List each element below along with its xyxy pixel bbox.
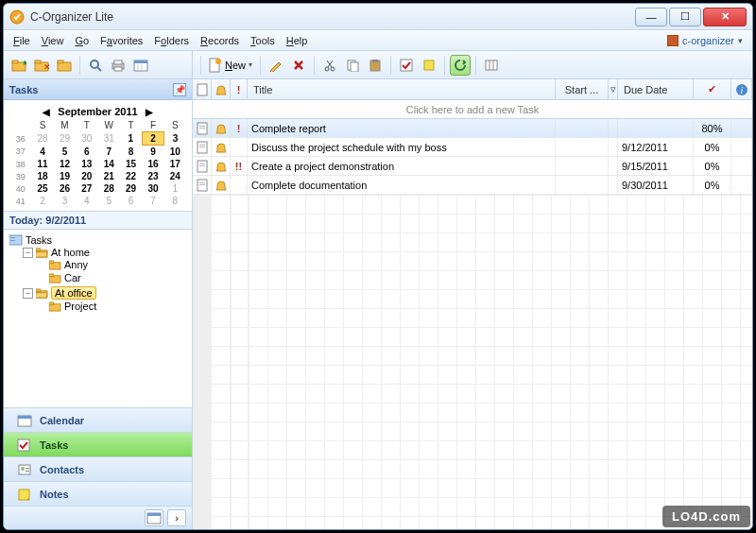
search-button[interactable] (85, 55, 106, 76)
close-button[interactable]: ✕ (703, 8, 747, 26)
calendar-day[interactable]: 28 (31, 132, 53, 146)
menu-records[interactable]: Records (195, 33, 245, 48)
calendar-day[interactable]: 1 (120, 132, 142, 146)
col-alarm-icon[interactable] (212, 79, 231, 99)
calendar-day[interactable]: 3 (54, 195, 76, 207)
calendar-day[interactable]: 12 (54, 158, 76, 170)
calendar-day[interactable]: 30 (76, 132, 97, 146)
menu-help[interactable]: Help (281, 33, 314, 48)
minimize-button[interactable]: — (635, 8, 667, 26)
maximize-button[interactable]: ☐ (669, 8, 701, 26)
calendar-day[interactable]: 23 (142, 170, 163, 182)
calendar-day[interactable]: 4 (31, 146, 53, 159)
menu-tools[interactable]: Tools (245, 33, 281, 48)
calendar-day[interactable]: 30 (142, 182, 163, 195)
calendar-day[interactable]: 28 (98, 182, 120, 195)
calendar-day[interactable]: 18 (31, 170, 53, 182)
calendar-day[interactable]: 1 (164, 182, 186, 195)
delete-button[interactable] (288, 55, 309, 76)
menu-go[interactable]: Go (69, 33, 94, 48)
col-sort-icon[interactable]: ▿ (609, 79, 618, 99)
col-title[interactable]: Title (248, 79, 556, 99)
menu-favorites[interactable]: Favorites (94, 33, 148, 48)
calendar-day[interactable]: 22 (120, 170, 142, 182)
col-due[interactable]: Due Date (618, 79, 694, 99)
menu-view[interactable]: View (36, 33, 70, 48)
tree-folder[interactable]: −At office (23, 286, 188, 300)
calendar-day[interactable]: 20 (76, 170, 97, 182)
folder-options-button[interactable] (54, 55, 75, 76)
tree-item[interactable]: Car (36, 272, 188, 284)
calendar-day[interactable]: 17 (164, 158, 186, 170)
tree-folder[interactable]: −At home (23, 247, 188, 258)
col-complete[interactable]: ✔ (694, 79, 731, 99)
tree-item[interactable]: Anny (36, 259, 188, 270)
columns-button[interactable] (481, 55, 502, 76)
c-organizer-link[interactable]: c-organizer ▾ (662, 33, 748, 48)
col-doc-icon[interactable] (193, 79, 212, 99)
col-info[interactable]: i (731, 79, 752, 99)
today-label[interactable]: Today: 9/2/2011 (4, 212, 192, 230)
nav-calendar-shortcut[interactable] (145, 509, 163, 526)
table-row[interactable]: !! Create a project demonstration 9/15/2… (193, 157, 752, 176)
calendar-day[interactable]: 16 (142, 158, 163, 170)
calendar-day[interactable]: 29 (120, 182, 142, 195)
col-start[interactable]: Start ... (556, 79, 609, 99)
calendar-day[interactable]: 2 (31, 195, 53, 207)
calendar-day[interactable]: 15 (120, 158, 142, 170)
paste-button[interactable] (365, 55, 386, 76)
next-month-button[interactable]: ▶ (146, 107, 153, 117)
pin-button[interactable]: 📌 (173, 83, 186, 96)
calendar-day[interactable]: 4 (76, 195, 97, 207)
calendar-day[interactable]: 5 (98, 195, 120, 207)
calendar-day[interactable]: 2 (142, 132, 163, 146)
calendar-day[interactable]: 14 (98, 158, 120, 170)
print-button[interactable] (108, 55, 129, 76)
refresh-button[interactable] (450, 55, 471, 76)
calendar-day[interactable]: 25 (31, 182, 53, 195)
calendar-grid[interactable]: SMTWTFS 36282930311233745678910381112131… (9, 119, 186, 207)
copy-button[interactable] (342, 55, 363, 76)
calendar-day[interactable]: 19 (54, 170, 76, 182)
calendar-day[interactable]: 6 (76, 146, 97, 159)
check-button[interactable] (396, 55, 417, 76)
table-row[interactable]: Complete documentation 9/30/2011 0% (193, 176, 752, 195)
calendar-day[interactable]: 24 (164, 170, 186, 182)
calendar-day[interactable]: 26 (54, 182, 76, 195)
calendar-day[interactable]: 29 (54, 132, 76, 146)
nav-more-button[interactable]: › (167, 509, 186, 526)
add-task-row[interactable]: Click here to add a new Task (193, 100, 752, 119)
nav-contacts[interactable]: Contacts (4, 457, 192, 482)
calendar-day[interactable]: 8 (120, 146, 142, 159)
calendar-day[interactable]: 5 (54, 146, 76, 159)
tree-item[interactable]: Project (36, 301, 188, 312)
calendar-toggle-button[interactable] (130, 55, 151, 76)
calendar-day[interactable]: 9 (142, 146, 163, 159)
calendar-day[interactable]: 7 (142, 195, 163, 207)
menu-folders[interactable]: Folders (148, 33, 195, 48)
new-record-button[interactable]: New ▾ (205, 55, 256, 76)
col-priority[interactable]: ! (231, 79, 248, 99)
prev-month-button[interactable]: ◀ (43, 107, 50, 117)
note-button[interactable] (419, 55, 439, 76)
calendar-day[interactable]: 21 (98, 170, 120, 182)
table-row[interactable]: Discuss the project schedule with my bos… (193, 138, 752, 157)
delete-folder-button[interactable]: ✕ (31, 55, 52, 76)
new-folder-button[interactable]: ★ (9, 55, 29, 76)
calendar-day[interactable]: 27 (76, 182, 97, 195)
calendar-day[interactable]: 11 (31, 158, 53, 170)
edit-button[interactable] (266, 55, 286, 76)
calendar-day[interactable]: 31 (98, 132, 120, 146)
nav-tasks[interactable]: Tasks (4, 433, 192, 457)
tree-root[interactable]: Tasks (9, 234, 188, 246)
menu-file[interactable]: File (8, 33, 36, 48)
nav-calendar[interactable]: Calendar (4, 408, 192, 433)
calendar-day[interactable]: 10 (164, 146, 186, 159)
calendar-day[interactable]: 3 (164, 132, 186, 146)
table-row[interactable]: ! Complete report 80% (193, 119, 752, 138)
calendar-day[interactable]: 7 (98, 146, 120, 159)
calendar-day[interactable]: 6 (120, 195, 142, 207)
nav-notes[interactable]: Notes (4, 482, 192, 507)
calendar-day[interactable]: 13 (76, 158, 97, 170)
calendar-day[interactable]: 8 (164, 195, 186, 207)
